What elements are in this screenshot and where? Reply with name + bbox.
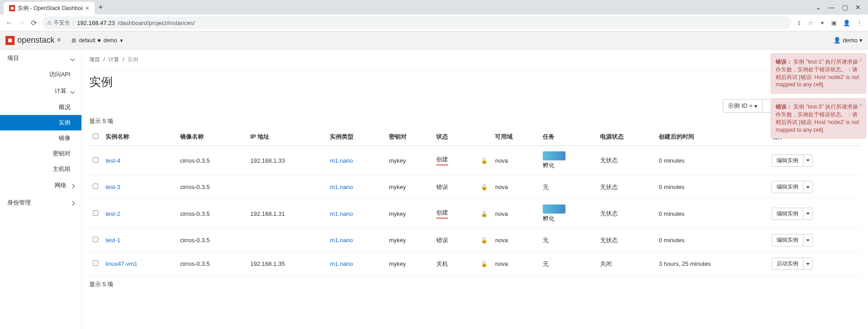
nav-forward-icon[interactable]: →: [18, 19, 25, 27]
cell-az: nova: [491, 199, 539, 229]
unlock-icon[interactable]: 🔓: [481, 158, 488, 164]
chevron-down-icon[interactable]: ⌄: [816, 4, 821, 11]
action-caret-icon[interactable]: [803, 258, 812, 269]
flavor-link[interactable]: m1.nano: [330, 157, 353, 164]
user-icon: 👤: [833, 37, 841, 44]
row-action-button[interactable]: 编辑实例: [772, 208, 813, 220]
col-created[interactable]: 创建后的时间: [655, 128, 768, 146]
filter-field-select[interactable]: 示例 ID = ▾: [723, 99, 762, 113]
chevron-down-icon: [71, 88, 74, 95]
sidebar-item-access-api[interactable]: 访问API: [0, 67, 81, 82]
brand-logo[interactable]: openstack®: [5, 35, 61, 45]
row-checkbox[interactable]: [93, 210, 98, 216]
unlock-icon[interactable]: 🔓: [481, 261, 488, 267]
new-tab-icon[interactable]: +: [98, 3, 103, 12]
window-minimize-icon[interactable]: —: [828, 4, 835, 11]
flavor-link[interactable]: m1.nano: [330, 260, 353, 267]
user-menu[interactable]: 👤 demo ▾: [833, 37, 863, 44]
col-name[interactable]: 实例名称: [102, 128, 177, 146]
select-all-checkbox[interactable]: [93, 134, 98, 139]
instance-name-link[interactable]: test-1: [106, 237, 121, 244]
col-power[interactable]: 电源状态: [596, 128, 655, 146]
sidebar-item-network[interactable]: 网络: [0, 177, 81, 194]
unlock-icon[interactable]: 🔓: [481, 184, 488, 190]
insecure-badge[interactable]: ⚠ 不安全: [47, 19, 70, 27]
row-checkbox[interactable]: [93, 157, 98, 163]
instance-name-link[interactable]: test-3: [106, 184, 121, 190]
window-maximize-icon[interactable]: ▢: [842, 4, 848, 11]
cell-created: 0 minutes: [655, 229, 768, 252]
row-checkbox[interactable]: [93, 260, 98, 266]
task-progress: [543, 151, 565, 160]
col-ip[interactable]: IP 地址: [247, 128, 326, 146]
action-label[interactable]: 编辑实例: [772, 234, 803, 246]
action-label[interactable]: 启动实例: [772, 258, 803, 269]
table-row: test-3 cirros-0.3.5 m1.nano mykey 错误 🔓 n…: [89, 175, 861, 199]
row-action-button[interactable]: 编辑实例: [772, 155, 813, 167]
col-keypair[interactable]: 密钥对: [385, 128, 433, 146]
url-bar[interactable]: ⚠ 不安全 | 192.168.47.23/dashboard/project/…: [42, 16, 791, 29]
col-image[interactable]: 镜像名称: [177, 128, 247, 146]
instance-name-link[interactable]: linux47-vm1: [106, 260, 137, 267]
nav-reload-icon[interactable]: ⟳: [31, 19, 37, 27]
flavor-link[interactable]: m1.nano: [330, 237, 353, 244]
unlock-icon[interactable]: 🔓: [481, 211, 488, 217]
action-label[interactable]: 编辑实例: [772, 155, 803, 166]
col-flavor[interactable]: 实例类型: [326, 128, 385, 146]
col-task[interactable]: 任务: [539, 128, 596, 146]
action-caret-icon[interactable]: [803, 234, 812, 246]
col-status[interactable]: 状态: [433, 128, 469, 146]
nav-back-icon[interactable]: ←: [5, 19, 13, 27]
sidebar-item-overview[interactable]: 概况: [0, 100, 81, 115]
alert-label: 错误：: [776, 59, 792, 65]
bookmark-icon[interactable]: ☆: [808, 20, 813, 26]
cell-keypair: mykey: [385, 146, 433, 175]
row-action-button[interactable]: 启动实例: [772, 258, 813, 270]
sidebar-label: 计算: [55, 87, 66, 95]
sidebar-label: 身份管理: [7, 199, 31, 207]
flavor-link[interactable]: m1.nano: [330, 184, 353, 190]
sidebar-item-identity[interactable]: 身份管理: [0, 194, 81, 211]
alert-close-icon[interactable]: ×: [859, 100, 863, 110]
row-action-button[interactable]: 编辑实例: [772, 234, 813, 246]
instance-name-link[interactable]: test-4: [106, 157, 121, 164]
col-az[interactable]: 可用域: [491, 128, 539, 146]
context-switcher[interactable]: ▥ default demo ▾: [71, 37, 122, 44]
row-checkbox[interactable]: [93, 237, 98, 242]
flavor-link[interactable]: m1.nano: [330, 210, 353, 217]
sidebar-item-hostgroups[interactable]: 主机组: [0, 161, 81, 177]
menu-icon[interactable]: ⋮: [857, 20, 863, 26]
cell-image: cirros-0.3.5: [177, 146, 247, 175]
status-badge: 关机: [436, 260, 448, 267]
action-caret-icon[interactable]: [803, 208, 812, 219]
action-label[interactable]: 编辑实例: [772, 181, 803, 193]
sidebar-item-images[interactable]: 镜像: [0, 130, 81, 146]
sidebar-item-instances[interactable]: 实例: [0, 115, 81, 130]
cell-az: nova: [491, 252, 539, 276]
unlock-icon[interactable]: 🔓: [481, 237, 488, 244]
window-close-icon[interactable]: ✕: [855, 4, 861, 11]
share-icon[interactable]: ⇪: [797, 20, 802, 26]
sidebar-item-compute[interactable]: 计算: [0, 82, 81, 100]
sidebar-item-project[interactable]: 项目: [0, 50, 81, 67]
task-label: 孵化: [543, 214, 593, 223]
sidebar-item-keypairs[interactable]: 密钥对: [0, 146, 81, 161]
extensions-icon[interactable]: ✦: [820, 20, 825, 26]
sidepanel-icon[interactable]: ▣: [831, 20, 837, 26]
breadcrumb-l2[interactable]: 计算: [108, 56, 119, 63]
sidebar-label: 项目: [7, 54, 19, 62]
row-action-button[interactable]: 编辑实例: [772, 181, 813, 193]
row-checkbox[interactable]: [93, 184, 98, 189]
breadcrumb-l1[interactable]: 项目: [89, 56, 100, 63]
action-caret-icon[interactable]: [803, 155, 812, 166]
profile-icon[interactable]: 👤: [843, 20, 850, 26]
browser-actions: ⇪ ☆ ✦ ▣ 👤 ⋮: [797, 20, 863, 26]
sidebar: 项目 访问API 计算 概况 实例 镜像 密钥对 主机组 网络 身份管理: [0, 50, 82, 329]
task-progress: [543, 204, 565, 214]
browser-tab[interactable]: 实例 - OpenStack Dashboard ×: [4, 2, 95, 15]
action-caret-icon[interactable]: [803, 181, 812, 193]
alert-close-icon[interactable]: ×: [859, 55, 863, 65]
instance-name-link[interactable]: test-2: [106, 210, 121, 217]
tab-close-icon[interactable]: ×: [86, 5, 89, 12]
action-label[interactable]: 编辑实例: [772, 208, 803, 219]
